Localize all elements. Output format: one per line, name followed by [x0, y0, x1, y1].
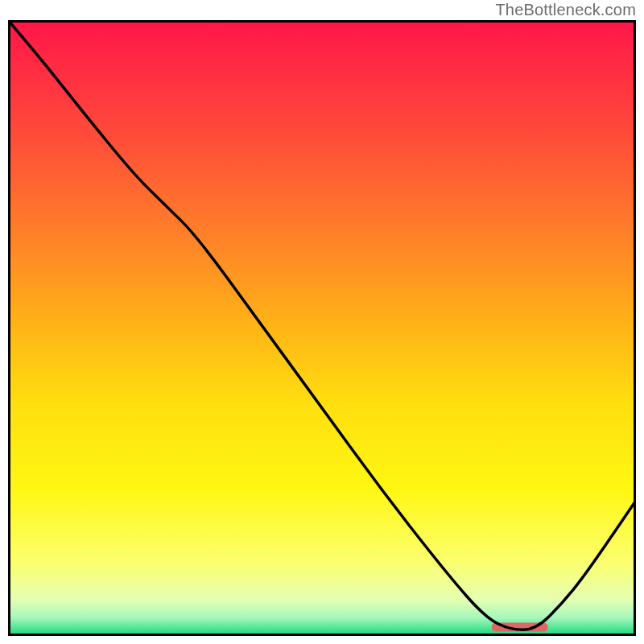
plot-area: [8, 20, 636, 636]
attribution-text: TheBottleneck.com: [495, 1, 636, 19]
bottleneck-chart: [8, 20, 636, 636]
gradient-background: [8, 20, 636, 636]
